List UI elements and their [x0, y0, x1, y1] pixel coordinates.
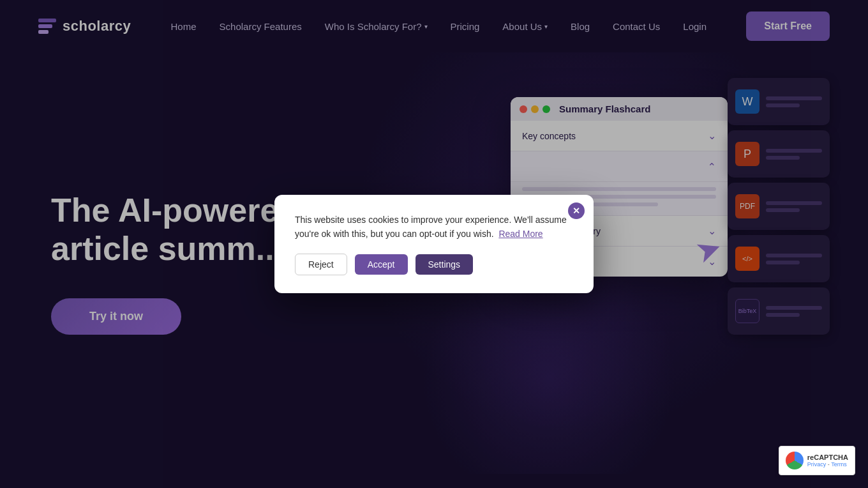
- cookie-read-more-link[interactable]: Read More: [498, 229, 542, 239]
- cookie-banner: ✕ This website uses cookies to improve y…: [274, 195, 594, 294]
- cookie-reject-button[interactable]: Reject: [295, 254, 347, 275]
- recaptcha-terms-link[interactable]: Terms: [831, 461, 847, 468]
- cookie-overlay: ✕ This website uses cookies to improve y…: [0, 0, 868, 488]
- cookie-close-button[interactable]: ✕: [568, 202, 585, 219]
- cookie-settings-button[interactable]: Settings: [415, 254, 474, 275]
- cookie-actions: Reject Accept Settings: [295, 254, 573, 275]
- cookie-text: This website uses cookies to improve you…: [295, 213, 573, 241]
- cookie-accept-button[interactable]: Accept: [355, 254, 408, 275]
- recaptcha-privacy-link[interactable]: Privacy: [807, 461, 827, 468]
- recaptcha-logo-icon: [786, 452, 804, 469]
- recaptcha-badge: reCAPTCHA Privacy - Terms: [779, 446, 855, 475]
- recaptcha-title: reCAPTCHA: [807, 454, 848, 461]
- recaptcha-links: Privacy - Terms: [807, 461, 848, 468]
